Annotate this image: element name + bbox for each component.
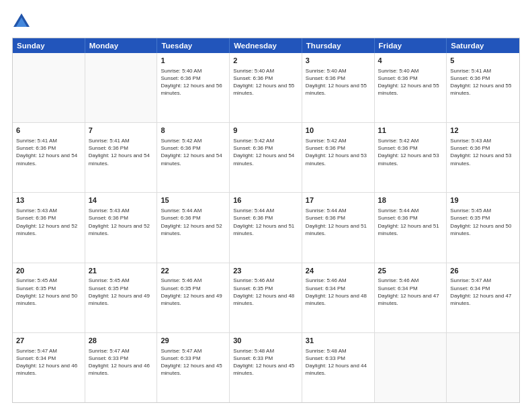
cell-info: Sunrise: 5:47 AM Sunset: 6:34 PM Dayligh…	[450, 277, 516, 307]
cell-info: Sunrise: 5:41 AM Sunset: 6:36 PM Dayligh…	[89, 137, 154, 167]
logo	[12, 12, 34, 31]
cell-info: Sunrise: 5:45 AM Sunset: 6:35 PM Dayligh…	[16, 277, 81, 307]
calendar-cell: 7Sunrise: 5:41 AM Sunset: 6:36 PM Daylig…	[85, 123, 158, 192]
cell-info: Sunrise: 5:45 AM Sunset: 6:35 PM Dayligh…	[450, 207, 516, 237]
cell-info: Sunrise: 5:46 AM Sunset: 6:35 PM Dayligh…	[161, 277, 226, 307]
day-number: 13	[16, 195, 81, 205]
day-number: 11	[378, 126, 443, 136]
cell-info: Sunrise: 5:46 AM Sunset: 6:35 PM Dayligh…	[233, 277, 298, 307]
day-number: 3	[306, 56, 371, 66]
day-number: 7	[89, 126, 154, 136]
cell-info: Sunrise: 5:41 AM Sunset: 6:36 PM Dayligh…	[450, 67, 516, 97]
calendar-cell	[447, 333, 519, 402]
calendar-cell: 5Sunrise: 5:41 AM Sunset: 6:36 PM Daylig…	[447, 53, 519, 122]
day-number: 27	[16, 336, 81, 346]
cell-info: Sunrise: 5:46 AM Sunset: 6:34 PM Dayligh…	[378, 277, 443, 307]
calendar-cell: 29Sunrise: 5:47 AM Sunset: 6:33 PM Dayli…	[157, 333, 230, 402]
calendar-cell: 9Sunrise: 5:42 AM Sunset: 6:36 PM Daylig…	[230, 123, 302, 192]
day-number: 9	[233, 126, 298, 136]
cell-info: Sunrise: 5:43 AM Sunset: 6:36 PM Dayligh…	[16, 207, 81, 237]
calendar-header-cell: Monday	[85, 38, 158, 53]
header	[12, 12, 520, 31]
day-number: 22	[161, 266, 226, 276]
cell-info: Sunrise: 5:48 AM Sunset: 6:33 PM Dayligh…	[306, 347, 371, 377]
calendar-cell: 8Sunrise: 5:42 AM Sunset: 6:36 PM Daylig…	[157, 123, 230, 192]
day-number: 25	[378, 266, 443, 276]
calendar-header-cell: Saturday	[447, 38, 519, 53]
day-number: 31	[306, 336, 371, 346]
day-number: 1	[161, 56, 226, 66]
day-number: 4	[378, 56, 443, 66]
calendar-week: 20Sunrise: 5:45 AM Sunset: 6:35 PM Dayli…	[13, 263, 519, 333]
cell-info: Sunrise: 5:42 AM Sunset: 6:36 PM Dayligh…	[378, 137, 443, 167]
cell-info: Sunrise: 5:44 AM Sunset: 6:36 PM Dayligh…	[161, 207, 226, 237]
day-number: 29	[161, 336, 226, 346]
cell-info: Sunrise: 5:44 AM Sunset: 6:36 PM Dayligh…	[233, 207, 298, 237]
cell-info: Sunrise: 5:41 AM Sunset: 6:36 PM Dayligh…	[16, 137, 81, 167]
calendar-cell	[375, 333, 447, 402]
calendar-cell: 26Sunrise: 5:47 AM Sunset: 6:34 PM Dayli…	[447, 263, 519, 332]
calendar-week: 6Sunrise: 5:41 AM Sunset: 6:36 PM Daylig…	[13, 123, 519, 193]
cell-info: Sunrise: 5:45 AM Sunset: 6:35 PM Dayligh…	[89, 277, 154, 307]
calendar-cell: 17Sunrise: 5:44 AM Sunset: 6:36 PM Dayli…	[302, 193, 375, 262]
day-number: 15	[161, 195, 226, 205]
day-number: 5	[450, 56, 516, 66]
calendar-cell: 27Sunrise: 5:47 AM Sunset: 6:34 PM Dayli…	[13, 333, 85, 402]
calendar-cell: 23Sunrise: 5:46 AM Sunset: 6:35 PM Dayli…	[230, 263, 302, 332]
calendar-header-cell: Sunday	[13, 38, 85, 53]
day-number: 12	[450, 126, 516, 136]
cell-info: Sunrise: 5:40 AM Sunset: 6:36 PM Dayligh…	[306, 67, 371, 97]
cell-info: Sunrise: 5:43 AM Sunset: 6:36 PM Dayligh…	[450, 137, 516, 167]
calendar-week: 13Sunrise: 5:43 AM Sunset: 6:36 PM Dayli…	[13, 193, 519, 263]
calendar-cell: 6Sunrise: 5:41 AM Sunset: 6:36 PM Daylig…	[13, 123, 85, 192]
calendar-cell: 13Sunrise: 5:43 AM Sunset: 6:36 PM Dayli…	[13, 193, 85, 262]
calendar-week: 1Sunrise: 5:40 AM Sunset: 6:36 PM Daylig…	[13, 53, 519, 123]
calendar-cell: 21Sunrise: 5:45 AM Sunset: 6:35 PM Dayli…	[85, 263, 158, 332]
cell-info: Sunrise: 5:40 AM Sunset: 6:36 PM Dayligh…	[378, 67, 443, 97]
cell-info: Sunrise: 5:46 AM Sunset: 6:34 PM Dayligh…	[306, 277, 371, 307]
calendar-cell: 28Sunrise: 5:47 AM Sunset: 6:33 PM Dayli…	[85, 333, 158, 402]
calendar-cell: 10Sunrise: 5:42 AM Sunset: 6:36 PM Dayli…	[302, 123, 375, 192]
calendar-cell: 15Sunrise: 5:44 AM Sunset: 6:36 PM Dayli…	[157, 193, 230, 262]
calendar-body: 1Sunrise: 5:40 AM Sunset: 6:36 PM Daylig…	[13, 53, 519, 402]
day-number: 28	[89, 336, 154, 346]
cell-info: Sunrise: 5:47 AM Sunset: 6:33 PM Dayligh…	[161, 347, 226, 377]
cell-info: Sunrise: 5:42 AM Sunset: 6:36 PM Dayligh…	[161, 137, 226, 167]
cell-info: Sunrise: 5:40 AM Sunset: 6:36 PM Dayligh…	[161, 67, 226, 97]
calendar: SundayMondayTuesdayWednesdayThursdayFrid…	[12, 38, 520, 403]
cell-info: Sunrise: 5:42 AM Sunset: 6:36 PM Dayligh…	[233, 137, 298, 167]
calendar-cell: 19Sunrise: 5:45 AM Sunset: 6:35 PM Dayli…	[447, 193, 519, 262]
calendar-cell: 16Sunrise: 5:44 AM Sunset: 6:36 PM Dayli…	[230, 193, 302, 262]
cell-info: Sunrise: 5:44 AM Sunset: 6:36 PM Dayligh…	[378, 207, 443, 237]
day-number: 19	[450, 195, 516, 205]
calendar-cell: 24Sunrise: 5:46 AM Sunset: 6:34 PM Dayli…	[302, 263, 375, 332]
calendar-header-cell: Friday	[375, 38, 447, 53]
calendar-cell: 11Sunrise: 5:42 AM Sunset: 6:36 PM Dayli…	[375, 123, 447, 192]
day-number: 10	[306, 126, 371, 136]
day-number: 26	[450, 266, 516, 276]
calendar-cell: 12Sunrise: 5:43 AM Sunset: 6:36 PM Dayli…	[447, 123, 519, 192]
calendar-header-cell: Tuesday	[157, 38, 230, 53]
calendar-header-cell: Thursday	[302, 38, 375, 53]
day-number: 24	[306, 266, 371, 276]
day-number: 2	[233, 56, 298, 66]
calendar-cell: 25Sunrise: 5:46 AM Sunset: 6:34 PM Dayli…	[375, 263, 447, 332]
calendar-cell: 1Sunrise: 5:40 AM Sunset: 6:36 PM Daylig…	[157, 53, 230, 122]
calendar-week: 27Sunrise: 5:47 AM Sunset: 6:34 PM Dayli…	[13, 333, 519, 402]
calendar-cell: 18Sunrise: 5:44 AM Sunset: 6:36 PM Dayli…	[375, 193, 447, 262]
day-number: 23	[233, 266, 298, 276]
day-number: 30	[233, 336, 298, 346]
cell-info: Sunrise: 5:43 AM Sunset: 6:36 PM Dayligh…	[89, 207, 154, 237]
cell-info: Sunrise: 5:47 AM Sunset: 6:33 PM Dayligh…	[89, 347, 154, 377]
logo-icon	[12, 12, 31, 31]
calendar-cell: 2Sunrise: 5:40 AM Sunset: 6:36 PM Daylig…	[230, 53, 302, 122]
day-number: 17	[306, 195, 371, 205]
day-number: 8	[161, 126, 226, 136]
cell-info: Sunrise: 5:48 AM Sunset: 6:33 PM Dayligh…	[233, 347, 298, 377]
day-number: 14	[89, 195, 154, 205]
calendar-cell: 22Sunrise: 5:46 AM Sunset: 6:35 PM Dayli…	[157, 263, 230, 332]
cell-info: Sunrise: 5:40 AM Sunset: 6:36 PM Dayligh…	[233, 67, 298, 97]
calendar-cell: 14Sunrise: 5:43 AM Sunset: 6:36 PM Dayli…	[85, 193, 158, 262]
calendar-cell: 4Sunrise: 5:40 AM Sunset: 6:36 PM Daylig…	[375, 53, 447, 122]
calendar-header-row: SundayMondayTuesdayWednesdayThursdayFrid…	[13, 38, 519, 53]
